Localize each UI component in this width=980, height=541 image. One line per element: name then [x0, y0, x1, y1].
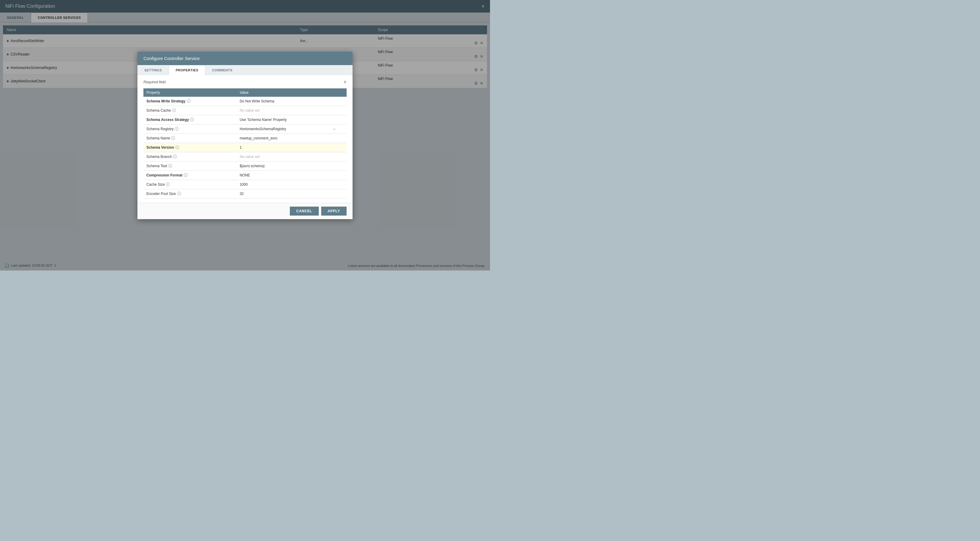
property-row[interactable]: Schema Registry ⓘ HortonworksSchemaRegis… — [143, 124, 347, 133]
help-icon[interactable]: ⓘ — [190, 117, 194, 122]
empty-action-cell — [329, 115, 347, 124]
prop-name-cell: Schema Cache ⓘ — [143, 106, 237, 115]
prop-name-cell: Schema Write Strategy ⓘ — [143, 97, 237, 106]
empty-action-cell — [329, 152, 347, 161]
prop-value-cell[interactable]: HortonworksSchemaRegistry — [237, 124, 329, 133]
prop-col-property: Property — [143, 88, 237, 97]
empty-action-cell — [329, 170, 347, 180]
help-icon[interactable]: ⓘ — [187, 98, 191, 104]
prop-name-cell: Schema Access Strategy ⓘ — [143, 115, 237, 124]
help-icon[interactable]: ⓘ — [177, 191, 181, 197]
properties-table: Property Value Schema Write Strategy ⓘ D… — [143, 88, 347, 198]
property-row[interactable]: Schema Name ⓘ meetup_comment_avro — [143, 133, 347, 143]
prop-value-cell[interactable]: Do Not Write Schema — [237, 97, 329, 106]
prop-col-value: Value — [237, 88, 329, 97]
prop-value: 1000 — [240, 182, 248, 187]
cancel-button[interactable]: CANCEL — [290, 206, 319, 216]
prop-value: Do Not Write Schema — [240, 99, 274, 103]
property-row[interactable]: Schema Version ⓘ 1 — [143, 143, 347, 152]
main-window: NiFi Flow Configuration × GENERAL CONTRO… — [0, 0, 490, 271]
property-row[interactable]: Schema Access Strategy ⓘ Use 'Schema Nam… — [143, 115, 347, 124]
help-icon[interactable]: ⓘ — [175, 145, 179, 150]
prop-value-cell[interactable]: 1 — [237, 143, 329, 152]
configure-modal: Configure Controller Service SETTINGS PR… — [137, 52, 353, 219]
empty-action-cell — [329, 106, 347, 115]
modal-tab-comments[interactable]: COMMENTS — [205, 65, 239, 75]
add-property-button[interactable]: + — [343, 79, 347, 86]
property-row[interactable]: Schema Write Strategy ⓘ Do Not Write Sch… — [143, 97, 347, 106]
prop-value-cell[interactable]: ${avro.schema} — [237, 161, 329, 170]
prop-value-cell[interactable]: No value set — [237, 152, 329, 161]
prop-name-cell: Cache Size ⓘ — [143, 180, 237, 189]
modal-overlay: Configure Controller Service SETTINGS PR… — [0, 0, 490, 271]
prop-value: 1 — [240, 145, 242, 149]
help-icon[interactable]: ⓘ — [184, 173, 188, 178]
empty-action-cell — [329, 189, 347, 198]
prop-value: NONE — [240, 173, 250, 177]
prop-value-cell[interactable]: 1000 — [237, 180, 329, 189]
prop-name-cell: Encoder Pool Size ⓘ — [143, 189, 237, 198]
help-icon[interactable]: ⓘ — [171, 136, 175, 141]
prop-value-cell[interactable]: meetup_comment_avro — [237, 133, 329, 143]
prop-col-actions — [329, 88, 347, 97]
property-row[interactable]: Schema Branch ⓘ No value set — [143, 152, 347, 161]
required-field-label: Required field — [143, 80, 165, 84]
empty-action-cell — [329, 97, 347, 106]
no-value-text: No value set — [240, 108, 259, 113]
modal-tab-settings[interactable]: SETTINGS — [137, 65, 169, 75]
modal-title: Configure Controller Service — [143, 56, 200, 61]
help-icon[interactable]: ⓘ — [168, 163, 172, 169]
modal-body: Required field + Property Value — [137, 75, 353, 203]
prop-value: ${avro.schema} — [240, 164, 264, 168]
prop-name-cell: Schema Registry ⓘ — [143, 124, 237, 133]
property-row[interactable]: Schema Cache ⓘ No value set — [143, 106, 347, 115]
prop-value: 32 — [240, 192, 243, 196]
empty-action-cell — [329, 161, 347, 170]
apply-button[interactable]: APPLY — [321, 206, 347, 216]
help-icon[interactable]: ⓘ — [172, 108, 176, 113]
prop-value-cell[interactable]: No value set — [237, 106, 329, 115]
empty-action-cell — [329, 180, 347, 189]
arrow-cell: → — [329, 124, 347, 133]
help-icon[interactable]: ⓘ — [166, 182, 170, 187]
modal-header: Configure Controller Service — [137, 52, 353, 65]
help-icon[interactable]: ⓘ — [175, 126, 179, 132]
empty-action-cell — [329, 143, 347, 152]
property-row[interactable]: Encoder Pool Size ⓘ 32 — [143, 189, 347, 198]
required-field-row: Required field + — [143, 79, 347, 86]
navigate-arrow-icon[interactable]: → — [332, 127, 336, 132]
modal-footer: CANCEL APPLY — [137, 203, 353, 219]
empty-action-cell — [329, 133, 347, 143]
prop-name-cell: Schema Name ⓘ — [143, 133, 237, 143]
help-icon[interactable]: ⓘ — [173, 154, 177, 159]
prop-value: Use 'Schema Name' Property — [240, 117, 286, 122]
property-row[interactable]: Schema Text ⓘ ${avro.schema} — [143, 161, 347, 170]
prop-value-cell[interactable]: Use 'Schema Name' Property — [237, 115, 329, 124]
prop-name-cell: Compression Format ⓘ — [143, 170, 237, 180]
prop-value-cell[interactable]: NONE — [237, 170, 329, 180]
prop-value-cell[interactable]: 32 — [237, 189, 329, 198]
prop-name-cell: Schema Text ⓘ — [143, 161, 237, 170]
prop-value: meetup_comment_avro — [240, 136, 277, 140]
modal-tab-properties[interactable]: PROPERTIES — [169, 65, 205, 75]
no-value-text: No value set — [240, 155, 259, 159]
property-row[interactable]: Compression Format ⓘ NONE — [143, 170, 347, 180]
prop-name-cell: Schema Branch ⓘ — [143, 152, 237, 161]
property-row[interactable]: Cache Size ⓘ 1000 — [143, 180, 347, 189]
modal-tabs: SETTINGS PROPERTIES COMMENTS — [137, 65, 353, 75]
prop-name-cell: Schema Version ⓘ — [143, 143, 237, 152]
prop-value: HortonworksSchemaRegistry — [240, 127, 286, 131]
